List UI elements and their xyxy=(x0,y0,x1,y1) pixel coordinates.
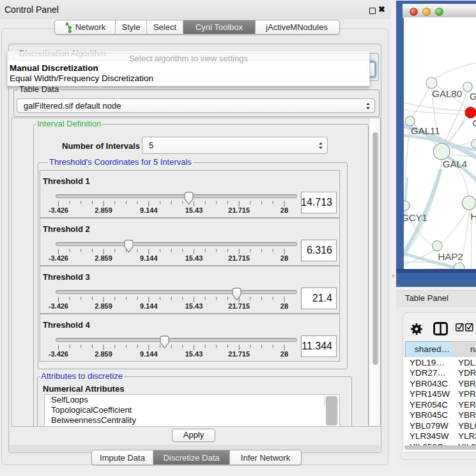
svg-text:GAL80: GAL80 xyxy=(432,88,462,99)
svg-text:GCY1: GCY1 xyxy=(404,212,427,223)
svg-text:C: C xyxy=(473,118,476,128)
svg-text:GA: GA xyxy=(470,91,476,102)
svg-text:GAL4: GAL4 xyxy=(443,158,467,169)
svg-text:HAP2: HAP2 xyxy=(438,251,463,262)
svg-text:GAL11: GAL11 xyxy=(411,125,440,136)
svg-text:H: H xyxy=(471,211,476,222)
